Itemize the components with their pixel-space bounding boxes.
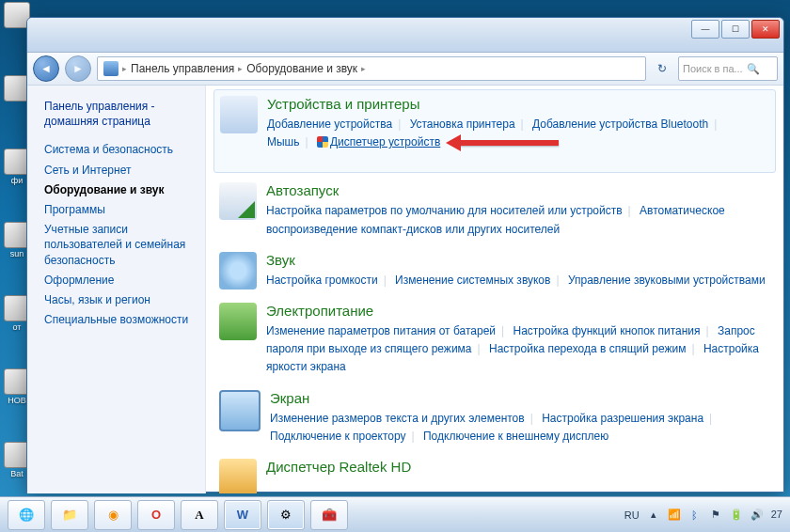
link-device-manager[interactable]: Диспетчер устройств xyxy=(330,135,440,149)
link-battery[interactable]: Изменение параметров питания от батарей xyxy=(266,324,496,337)
link-resolution[interactable]: Настройка разрешения экрана xyxy=(542,412,703,425)
category-autoplay: Автозапуск Настройка параметров по умолч… xyxy=(219,182,770,238)
category-display: Экран Изменение размеров текста и других… xyxy=(219,390,770,446)
taskbar-app-a[interactable]: A xyxy=(181,500,218,530)
tray-action-center-icon[interactable]: ⚑ xyxy=(709,509,722,522)
link-text-size[interactable]: Изменение размеров текста и других элеме… xyxy=(270,412,525,425)
link-audio-devices[interactable]: Управление звуковыми устройствами xyxy=(568,274,766,287)
sidebar-item-clock[interactable]: Часы, язык и регион xyxy=(44,292,192,307)
sound-icon xyxy=(219,252,257,289)
taskbar-explorer[interactable]: 📁 xyxy=(51,500,88,530)
taskbar-wmp[interactable]: ◉ xyxy=(94,500,132,530)
autoplay-icon xyxy=(219,182,257,220)
breadcrumb-sep: ▸ xyxy=(238,64,243,73)
devices-icon xyxy=(220,96,258,133)
category-power: Электропитание Изменение параметров пита… xyxy=(219,303,770,377)
taskbar-ie[interactable]: 🌐 xyxy=(8,500,45,530)
breadcrumb-item[interactable]: Оборудование и звук xyxy=(246,62,357,75)
forward-button[interactable]: ► xyxy=(65,55,91,82)
taskbar-app-red[interactable]: 🧰 xyxy=(310,500,348,530)
category-title[interactable]: Диспетчер Realtek HD xyxy=(266,459,411,475)
category-title[interactable]: Звук xyxy=(266,252,295,268)
sidebar-item-users[interactable]: Учетные записи пользователей и семейная … xyxy=(44,222,192,268)
control-panel-window: — ☐ ✕ ◄ ► ▸ Панель управления ▸ Оборудов… xyxy=(26,17,784,493)
sidebar-item-system[interactable]: Система и безопасность xyxy=(44,142,192,157)
refresh-button[interactable]: ↻ xyxy=(652,58,672,79)
power-icon xyxy=(219,303,257,340)
taskbar-control-panel[interactable]: ⚙ xyxy=(267,500,305,530)
link-external-display[interactable]: Подключение к внешнему дисплею xyxy=(423,430,608,443)
sidebar-item-hardware[interactable]: Оборудование и звук xyxy=(44,182,192,197)
link-sleep[interactable]: Настройка перехода в спящий режим xyxy=(489,342,686,355)
link-projector[interactable]: Подключение к проектору xyxy=(270,430,406,443)
sidebar-item-appearance[interactable]: Оформление xyxy=(44,273,192,288)
search-input[interactable]: Поиск в па... 🔍 xyxy=(678,56,778,81)
red-arrow-annotation xyxy=(446,137,559,149)
link-volume[interactable]: Настройка громкости xyxy=(266,274,378,287)
display-icon xyxy=(219,390,261,431)
breadcrumb[interactable]: ▸ Панель управления ▸ Оборудование и зву… xyxy=(97,56,646,81)
tray-lang[interactable]: RU xyxy=(624,509,640,521)
minimize-button[interactable]: — xyxy=(691,20,719,39)
category-title[interactable]: Электропитание xyxy=(266,303,373,319)
tray-clock[interactable]: 27 xyxy=(771,509,782,520)
taskbar: 🌐 📁 ◉ O A W ⚙ 🧰 RU ▴ 📶 ᛒ ⚑ 🔋 🔊 27 xyxy=(0,496,790,532)
sidebar: Панель управления - домашняя страница Си… xyxy=(27,86,206,493)
maximize-button[interactable]: ☐ xyxy=(721,20,750,39)
realtek-icon xyxy=(219,459,257,493)
search-placeholder: Поиск в па... xyxy=(683,63,743,74)
breadcrumb-item[interactable]: Панель управления xyxy=(131,62,234,75)
category-realtek: Диспетчер Realtek HD xyxy=(219,459,770,493)
taskbar-word[interactable]: W xyxy=(224,500,261,530)
sidebar-item-network[interactable]: Сеть и Интернет xyxy=(44,163,192,178)
link-power-buttons[interactable]: Настройка функций кнопок питания xyxy=(514,324,701,337)
system-tray: RU ▴ 📶 ᛒ ⚑ 🔋 🔊 27 xyxy=(624,509,782,522)
tray-network-icon[interactable]: 📶 xyxy=(668,509,681,522)
link-install-printer[interactable]: Установка принтера xyxy=(410,117,515,131)
taskbar-opera[interactable]: O xyxy=(137,500,175,530)
window-titlebar[interactable]: — ☐ ✕ xyxy=(27,18,783,53)
shield-icon xyxy=(317,136,328,148)
breadcrumb-sep: ▸ xyxy=(361,64,366,73)
back-button[interactable]: ◄ xyxy=(33,55,59,82)
category-title[interactable]: Экран xyxy=(270,390,309,406)
link-mouse[interactable]: Мышь xyxy=(267,135,300,149)
category-devices: Устройства и принтеры Добавление устройс… xyxy=(220,96,769,151)
search-icon: 🔍 xyxy=(747,63,760,75)
sidebar-home-link[interactable]: Панель управления - домашняя страница xyxy=(44,99,192,129)
category-sound: Звук Настройка громкости| Изменение сист… xyxy=(219,252,770,289)
close-button[interactable]: ✕ xyxy=(751,20,780,39)
link-add-bluetooth[interactable]: Добавление устройства Bluetooth xyxy=(532,117,708,131)
sidebar-item-programs[interactable]: Программы xyxy=(44,202,192,217)
link-system-sounds[interactable]: Изменение системных звуков xyxy=(395,274,550,287)
tray-volume-icon[interactable]: 🔊 xyxy=(750,509,764,522)
sidebar-item-access[interactable]: Специальные возможности xyxy=(44,312,192,327)
link-autoplay-defaults[interactable]: Настройка параметров по умолчанию для но… xyxy=(266,204,623,217)
address-bar: ◄ ► ▸ Панель управления ▸ Оборудование и… xyxy=(27,53,783,86)
tray-bluetooth-icon[interactable]: ᛒ xyxy=(688,509,702,522)
tray-battery-icon[interactable]: 🔋 xyxy=(730,509,743,522)
breadcrumb-sep: ▸ xyxy=(122,64,127,73)
category-title[interactable]: Устройства и принтеры xyxy=(267,96,419,112)
link-add-device[interactable]: Добавление устройства xyxy=(267,117,392,131)
tray-show-hidden-icon[interactable]: ▴ xyxy=(647,509,660,522)
category-title[interactable]: Автозапуск xyxy=(266,182,339,198)
control-panel-icon xyxy=(103,61,118,76)
main-content: Устройства и принтеры Добавление устройс… xyxy=(206,86,783,493)
